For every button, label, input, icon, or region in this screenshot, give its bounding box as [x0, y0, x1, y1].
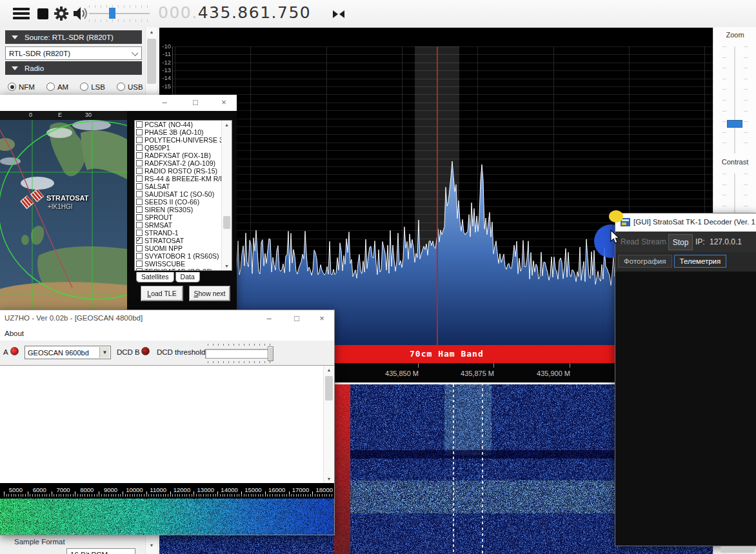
decoder-tab[interactable]: Фотография [618, 255, 672, 268]
decoder-titlebar[interactable]: [GUI] StratoSat TK-1 Decoder (Ver. 1.1.2… [615, 213, 756, 232]
checkbox-icon[interactable] [136, 144, 143, 151]
satellite-list-item[interactable]: SUOMI NPP [135, 244, 221, 252]
world-map [0, 120, 127, 310]
modem-select[interactable]: GEOSCAN 9600bd ▼ [25, 346, 111, 359]
soundmodem-titlebar[interactable]: UZ7HO - Ver 0.02b - [GEOSCAN 4800bd] – □… [0, 310, 334, 328]
satellite-list-item[interactable]: SWISSCUBE [135, 260, 221, 268]
volume-slider-thumb[interactable] [109, 8, 115, 19]
minimize-icon[interactable]: – [155, 95, 174, 110]
source-select[interactable]: RTL-SDR (R820T) [5, 46, 142, 60]
radio-section-header[interactable]: Radio [5, 61, 142, 75]
checkbox-icon[interactable] [136, 152, 143, 159]
settings-button[interactable] [54, 6, 69, 21]
checkbox-icon[interactable] [136, 245, 143, 252]
audio-mute-button[interactable] [72, 6, 89, 21]
checkbox-icon[interactable] [136, 183, 143, 190]
checkbox-icon[interactable] [136, 206, 143, 213]
close-icon[interactable]: × [312, 311, 332, 326]
close-icon[interactable]: × [214, 95, 234, 110]
mode-label: NFM [19, 83, 35, 91]
dropdown-arrow-icon[interactable]: ▼ [99, 347, 110, 358]
dcd-threshold-slider[interactable] [205, 342, 274, 364]
scrollbar-thumb[interactable] [147, 39, 156, 84]
mode-radio[interactable]: LSB [80, 83, 105, 91]
frequency-display[interactable]: 000.435.861.750 [158, 3, 311, 22]
scroll-down-icon[interactable]: ▼ [324, 475, 334, 484]
satellite-list-scrollbar[interactable]: ▲ ▼ [221, 121, 232, 270]
scroll-down-icon[interactable]: ▼ [222, 262, 232, 270]
read-stream-button[interactable]: Read Stream [621, 237, 666, 246]
checkbox-icon[interactable] [136, 175, 143, 182]
satellite-list-item[interactable]: SPROUT [135, 213, 221, 221]
maximize-icon[interactable]: □ [186, 95, 205, 110]
satellite-list-item[interactable]: PCSAT (NO-44) [135, 121, 221, 128]
horizontal-scrollbar-thumb[interactable] [721, 546, 755, 553]
satellite-list-item[interactable]: SALSAT [135, 183, 221, 190]
dcd-a-led-icon [10, 347, 19, 355]
checkbox-icon[interactable] [136, 168, 143, 174]
satellite-list-item[interactable]: SRMSAT [135, 221, 221, 229]
checkbox-icon[interactable] [136, 121, 143, 128]
mode-radio[interactable]: USB [117, 83, 143, 91]
satellite-list-item[interactable]: SIREN (RS30S) [135, 206, 221, 213]
satellite-list-item[interactable]: SAUDISAT 1C (SO-50) [135, 190, 221, 198]
menu-button[interactable] [12, 6, 31, 21]
slider-thumb[interactable] [268, 346, 274, 361]
frequency-snap-button[interactable] [332, 9, 346, 19]
minimize-icon[interactable]: – [259, 311, 279, 326]
checkbox-icon[interactable] [136, 253, 143, 259]
source-section-header[interactable]: Source: RTL-SDR (R820T) [5, 30, 142, 44]
show-next-button[interactable]: Show next [189, 286, 230, 301]
tracker-tab[interactable]: Satellites [136, 272, 174, 282]
checkbox-icon[interactable] [136, 191, 143, 197]
soundmodem-waterfall[interactable] [0, 499, 334, 535]
satellite-list-item[interactable]: SVYATOBOR 1 (RS60S) [135, 252, 221, 260]
scrollbar-thumb[interactable] [325, 376, 333, 401]
satellite-listbox: PCSAT (NO-44) PHASE 3B (AO-10) POLYTECH-… [134, 120, 232, 271]
tick-mark [418, 363, 419, 368]
sample-format-select[interactable]: 16 Bit PCM [66, 548, 135, 554]
tracker-titlebar[interactable]: – □ × [0, 95, 237, 112]
scroll-up-icon[interactable]: ▲ [222, 121, 232, 129]
stop-button[interactable] [36, 7, 49, 20]
maximize-icon[interactable]: □ [287, 311, 306, 326]
satellite-list-item[interactable]: RADFXSAT (FOX-1B) [135, 152, 221, 159]
load-tle-button[interactable]: Load TLE [141, 286, 183, 301]
tracker-tab[interactable]: Data [175, 272, 200, 282]
scroll-up-icon[interactable]: ▲ [146, 27, 157, 37]
zoom-slider-thumb[interactable] [727, 120, 742, 128]
checkbox-icon[interactable] [136, 222, 143, 228]
satellite-list-item[interactable]: RS-44 & BREEZE-KM R/B [135, 175, 221, 183]
stop-stream-button[interactable]: Stop [668, 234, 693, 250]
checkbox-icon[interactable] [136, 160, 143, 166]
scroll-down-icon[interactable]: ▼ [146, 540, 157, 551]
volume-slider[interactable] [89, 13, 150, 14]
mode-radio[interactable]: NFM [8, 83, 35, 91]
frequency-tick-label: 435,900 M [537, 370, 570, 377]
checkbox-icon[interactable] [136, 237, 143, 244]
zoom-slider[interactable] [734, 46, 735, 153]
satellite-list-item[interactable]: RADIO ROSTO (RS-15) [135, 167, 221, 175]
db-axis-label: -15 [159, 83, 171, 90]
satellite-list-item[interactable]: PHASE 3B (AO-10) [135, 128, 221, 136]
checkbox-icon[interactable] [136, 214, 143, 221]
checkbox-icon[interactable] [136, 137, 143, 143]
satellite-list-item[interactable]: SEEDS II (CO-66) [135, 198, 221, 206]
mode-radio[interactable]: AM [46, 83, 68, 91]
ip-value[interactable]: 127.0.0.1 [710, 237, 742, 246]
checkbox-icon[interactable] [136, 129, 143, 135]
satellite-list-item[interactable]: STRAND-1 [135, 229, 221, 237]
scroll-up-icon[interactable]: ▲ [324, 366, 334, 375]
checkbox-icon[interactable] [136, 230, 143, 236]
satellite-list-item[interactable]: QB50P1 [135, 144, 221, 152]
decoder-tab[interactable]: Телеметрия [674, 255, 727, 268]
satellite-list-item[interactable]: STRATOSAT [135, 237, 221, 244]
satellite-list-item[interactable]: POLYTECH-UNIVERSE 3 [135, 136, 221, 144]
rx-scrollbar[interactable]: ▲ ▼ [323, 366, 334, 484]
menu-about[interactable]: About [5, 330, 24, 337]
checkbox-icon[interactable] [136, 261, 143, 267]
scrollbar-thumb[interactable] [223, 216, 230, 229]
checkbox-icon[interactable] [136, 199, 143, 205]
slider-groove[interactable] [205, 349, 271, 359]
satellite-list-item[interactable]: RADFXSAT-2 (AO-109) [135, 159, 221, 167]
